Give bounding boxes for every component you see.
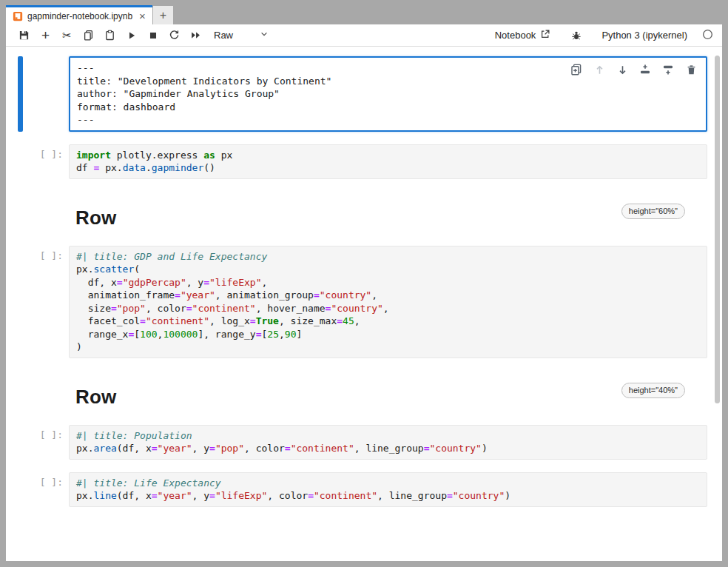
code-line: df, x="gdpPercap", y="lifeExp", <box>76 276 700 289</box>
tab-gapminder-notebook[interactable]: gapminder-notebook.ipynb × <box>6 5 152 24</box>
markdown-heading: Row <box>75 207 707 229</box>
scissors-icon: ✂ <box>62 29 72 42</box>
code-line: --- <box>77 113 699 127</box>
chevron-down-icon <box>260 30 269 41</box>
copy-icon <box>83 30 94 41</box>
code-line: px.line(df, x="year", y="lifeExp", color… <box>76 489 700 503</box>
cut-cells-button[interactable]: ✂ <box>56 26 78 45</box>
code-cell: [ ]:#| title: Populationpx.area(df, x="y… <box>6 425 707 460</box>
delete-cell-button[interactable] <box>682 61 700 78</box>
code-line: facet_col="continent", log_x=True, size_… <box>76 315 700 328</box>
move-cell-up-icon <box>594 64 605 76</box>
insert-cell-button[interactable]: + <box>35 26 56 45</box>
cell-collapser[interactable] <box>18 56 23 132</box>
kernel-name-button[interactable]: Python 3 (ipykernel) <box>601 30 687 41</box>
bug-icon <box>571 30 582 41</box>
cell-gutter <box>6 56 69 132</box>
move-cell-down-button[interactable] <box>613 61 631 78</box>
code-cell: [ ]:#| title: GDP and Life Expectancypx.… <box>6 246 707 358</box>
execution-count-prompt: [ ]: <box>40 250 63 261</box>
delete-cell-icon <box>686 64 697 76</box>
open-in-notebook-button[interactable]: Notebook <box>495 29 551 41</box>
notebook-panel: ---title: "Development Indicators by Con… <box>6 47 722 561</box>
insert-cell-below-icon <box>662 64 674 76</box>
markdown-rendered-cell[interactable]: Rowheight="60%" <box>69 202 707 241</box>
code-line: #| title: GDP and Life Expectancy <box>76 250 700 264</box>
save-button[interactable] <box>13 26 35 45</box>
save-icon <box>18 30 30 41</box>
code-line: px.area(df, x="year", y="pop", color="co… <box>76 442 700 455</box>
code-cell-editor[interactable]: #| title: GDP and Life Expectancypx.scat… <box>69 246 707 358</box>
kernel-status-indicator[interactable] <box>702 29 713 42</box>
tab-bar: gapminder-notebook.ipynb × + <box>6 5 722 24</box>
jupyterlab-window: gapminder-notebook.ipynb × + + ✂ Raw Not… <box>6 5 722 561</box>
duplicate-cell-button[interactable] <box>567 61 585 78</box>
raw-cell: ---title: "Development Indicators by Con… <box>6 56 707 132</box>
plus-icon: + <box>41 27 50 44</box>
code-line: df = px.data.gapminder() <box>76 161 700 175</box>
markdown-heading: Row <box>75 386 707 409</box>
markdown-rendered-cell[interactable]: Rowheight="40%" <box>69 381 707 420</box>
cell-toolbar <box>567 61 700 78</box>
toolbar-right: Notebook Python 3 (ipykernel) <box>495 26 713 45</box>
code-line: animation_frame="year", animation_group=… <box>76 289 700 302</box>
insert-cell-above-icon <box>639 64 651 76</box>
execution-count-prompt: [ ]: <box>40 149 63 160</box>
markdown-cell: Rowheight="60%" <box>6 202 707 241</box>
cell-type-dropdown[interactable]: Raw <box>214 30 269 41</box>
tab-title: gapminder-notebook.ipynb <box>27 11 132 21</box>
notebook-toolbar: + ✂ Raw Notebook Python 3 (ipykernel) <box>6 24 722 47</box>
code-line: px.scatter( <box>76 263 700 276</box>
markdown-cell: Rowheight="40%" <box>6 381 707 420</box>
cell-gutter: [ ]: <box>6 144 69 179</box>
insert-cell-below-button[interactable] <box>659 61 677 78</box>
interrupt-kernel-button[interactable] <box>142 26 164 45</box>
cell-list: ---title: "Development Indicators by Con… <box>6 56 722 507</box>
duplicate-cell-icon <box>570 64 582 76</box>
cell-type-label: Raw <box>214 30 233 41</box>
code-line: ) <box>76 340 700 354</box>
height-attribute-badge: height="60%" <box>621 204 685 219</box>
cell-gutter <box>6 381 69 420</box>
code-line: author: "Gapminder Analytics Group" <box>77 87 699 101</box>
execution-count-prompt: [ ]: <box>40 429 63 440</box>
run-button[interactable] <box>121 26 142 45</box>
code-line: format: dashboard <box>77 101 699 114</box>
external-link-icon <box>540 29 550 41</box>
fast-forward-icon <box>190 30 201 41</box>
scrollbar-thumb[interactable] <box>715 56 720 403</box>
code-cell-editor[interactable]: import plotly.express as pxdf = px.data.… <box>69 144 707 179</box>
cell-gutter: [ ]: <box>6 246 69 358</box>
move-cell-up-button[interactable] <box>590 61 608 78</box>
notebook-file-icon <box>13 11 23 21</box>
execution-count-prompt: [ ]: <box>40 477 63 488</box>
code-line: size="pop", color="continent", hover_nam… <box>76 302 700 315</box>
window-frame: gapminder-notebook.ipynb × + + ✂ Raw Not… <box>0 0 728 567</box>
paste-cells-button[interactable] <box>99 26 121 45</box>
cell-gutter: [ ]: <box>6 472 69 507</box>
notebook-link-label: Notebook <box>495 30 536 41</box>
restart-kernel-button[interactable] <box>164 26 185 45</box>
code-line: import plotly.express as px <box>76 149 700 162</box>
code-line: range_x=[100,100000], range_y=[25,90] <box>76 328 700 341</box>
move-cell-down-icon <box>617 64 628 76</box>
code-cell: [ ]:#| title: Life Expectancypx.line(df,… <box>6 472 707 507</box>
copy-cells-button[interactable] <box>78 26 99 45</box>
cell-gutter: [ ]: <box>6 425 69 460</box>
code-line: #| title: Life Expectancy <box>76 477 700 490</box>
stop-icon <box>148 30 158 41</box>
code-cell: [ ]:import plotly.express as pxdf = px.d… <box>6 144 707 179</box>
raw-cell-editor[interactable]: ---title: "Development Indicators by Con… <box>69 56 707 132</box>
restart-icon <box>169 30 180 41</box>
code-cell-editor[interactable]: #| title: Populationpx.area(df, x="year"… <box>69 425 707 460</box>
new-tab-button[interactable]: + <box>153 6 173 24</box>
insert-cell-above-button[interactable] <box>636 61 654 78</box>
height-attribute-badge: height="40%" <box>621 383 685 398</box>
restart-run-all-button[interactable] <box>185 26 206 45</box>
kernel-idle-circle-icon <box>702 29 713 42</box>
code-cell-editor[interactable]: #| title: Life Expectancypx.line(df, x="… <box>69 472 707 507</box>
clipboard-icon <box>104 30 115 41</box>
debugger-button[interactable] <box>565 26 587 45</box>
close-tab-button[interactable]: × <box>139 10 146 21</box>
cell-gutter <box>6 202 69 241</box>
